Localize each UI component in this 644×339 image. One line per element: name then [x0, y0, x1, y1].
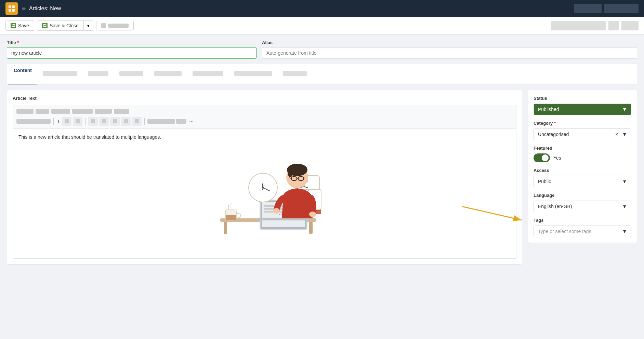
- alias-input[interactable]: [262, 47, 637, 59]
- article-illustration: ~: [18, 147, 511, 235]
- tab-content[interactable]: Content: [8, 64, 37, 84]
- editor-btn-1[interactable]: [62, 117, 71, 126]
- editor-btn-2[interactable]: [73, 117, 82, 126]
- category-chevron-icon: ▼: [622, 132, 627, 137]
- sidebar-panel-main: Status Published ▼ Category * Uncategori…: [528, 90, 637, 243]
- access-select[interactable]: Public ▼: [534, 176, 631, 187]
- translation-illustration: ~: [200, 147, 330, 235]
- tab-7[interactable]: [229, 64, 277, 84]
- toolbar-ph-2: [36, 109, 49, 114]
- toolbar-right-placeholder-3: [621, 21, 639, 30]
- toolbar-ph-9: [176, 119, 186, 124]
- language-label: Language: [534, 193, 631, 198]
- editor-btn-icon-3: [91, 119, 95, 123]
- editor-btn-icon-1: [65, 119, 69, 123]
- editor-btn-icon-4: [102, 119, 106, 123]
- italic-btn[interactable]: I: [56, 119, 61, 124]
- extra-button[interactable]: [96, 21, 134, 30]
- editor-body[interactable]: This is a new article that should be tra…: [13, 129, 516, 259]
- joomla-logo[interactable]: [5, 2, 18, 15]
- editor-btn-icon-2: [76, 119, 80, 123]
- access-chevron-icon: ▼: [622, 179, 627, 184]
- svg-rect-11: [224, 222, 227, 234]
- svg-text:~: ~: [278, 212, 281, 218]
- toolbar-sep-3: [85, 118, 86, 125]
- svg-point-38: [288, 167, 293, 177]
- svg-line-47: [462, 206, 522, 220]
- tab-3[interactable]: [82, 64, 114, 84]
- tab-5[interactable]: [149, 64, 187, 84]
- title-field-group: Title *: [7, 40, 257, 59]
- svg-rect-3: [12, 9, 15, 12]
- tab-7-placeholder: [234, 71, 272, 76]
- status-label: Status: [534, 96, 631, 101]
- editor-btn-3[interactable]: [88, 117, 98, 126]
- alias-field-group: Alias: [262, 40, 637, 59]
- nav-placeholder-2: [604, 4, 639, 13]
- category-select-right: × ▼: [615, 132, 627, 137]
- toolbar-separator-1: [133, 108, 133, 115]
- status-section: Status Published ▼: [534, 96, 631, 115]
- toolbar-sep-2: [53, 118, 54, 125]
- article-body-text: This is a new article that should be tra…: [18, 134, 511, 140]
- tabs-bar: Content: [7, 64, 637, 84]
- toolbar: Save Save & Close ▾: [0, 17, 644, 35]
- toolbar-sep-4: [144, 118, 145, 125]
- save-close-dropdown[interactable]: ▾: [84, 21, 93, 31]
- svg-point-44: [273, 208, 280, 214]
- annotation-arrow-svg: [458, 203, 527, 223]
- article-area: Article Text I: [7, 90, 522, 265]
- title-input[interactable]: [7, 47, 257, 59]
- tab-4[interactable]: [114, 64, 149, 84]
- tab-2[interactable]: [37, 64, 82, 84]
- language-chevron-icon: ▼: [622, 204, 627, 209]
- toolbar-right-placeholder-2: [608, 21, 619, 30]
- toolbar-ph-4: [72, 109, 93, 114]
- save-icon: [11, 23, 16, 28]
- editor-btn-7[interactable]: [132, 117, 142, 126]
- featured-toggle[interactable]: [534, 153, 550, 162]
- toolbar-ph-6: [114, 109, 129, 114]
- main-content: Title * Alias Content: [0, 35, 644, 339]
- extra-label-placeholder: [108, 24, 129, 28]
- tags-label: Tags: [534, 218, 631, 223]
- top-navigation: ✏ Articles: New: [0, 0, 644, 17]
- tab-4-placeholder: [119, 71, 143, 76]
- page-title-nav: ✏ Articles: New: [22, 5, 61, 12]
- tab-8[interactable]: [277, 64, 312, 84]
- tags-section: Tags Type or select some tags ▼: [534, 218, 631, 237]
- status-value: Published: [534, 104, 618, 115]
- access-section: Access Public ▼: [534, 168, 631, 187]
- svg-point-45: [309, 212, 316, 217]
- category-label: Category *: [534, 121, 631, 126]
- toolbar-ph-5: [95, 109, 112, 114]
- save-button[interactable]: Save: [5, 21, 34, 31]
- annotation-arrow-container: [458, 203, 527, 225]
- save-button-group: Save: [5, 21, 34, 31]
- title-required: *: [17, 40, 19, 45]
- editor-btn-5[interactable]: [110, 117, 120, 126]
- editor-btn-6[interactable]: [121, 117, 131, 126]
- tab-5-placeholder: [154, 71, 182, 76]
- tab-6[interactable]: [187, 64, 229, 84]
- editor-more-btn[interactable]: ···: [189, 118, 194, 124]
- svg-rect-25: [226, 215, 236, 220]
- svg-rect-6: [12, 26, 14, 27]
- status-dropdown[interactable]: Published ▼: [534, 104, 631, 115]
- category-clear-btn[interactable]: ×: [615, 132, 618, 137]
- content-layout: Article Text I: [7, 90, 637, 265]
- editor-btn-4[interactable]: [99, 117, 109, 126]
- svg-text:!: !: [261, 181, 264, 192]
- save-close-icon: [42, 23, 48, 28]
- toolbar-right: [551, 21, 639, 30]
- save-close-button[interactable]: Save & Close: [37, 21, 84, 31]
- svg-rect-2: [9, 9, 11, 12]
- category-select[interactable]: Uncategorised × ▼: [534, 128, 631, 140]
- toolbar-ph-1: [16, 109, 34, 114]
- status-dropdown-arrow[interactable]: ▼: [618, 104, 631, 115]
- language-select[interactable]: English (en-GB) ▼: [534, 201, 631, 212]
- svg-rect-0: [9, 5, 11, 8]
- tags-select[interactable]: Type or select some tags ▼: [534, 226, 631, 237]
- title-alias-row: Title * Alias: [7, 40, 637, 59]
- svg-rect-5: [13, 24, 14, 25]
